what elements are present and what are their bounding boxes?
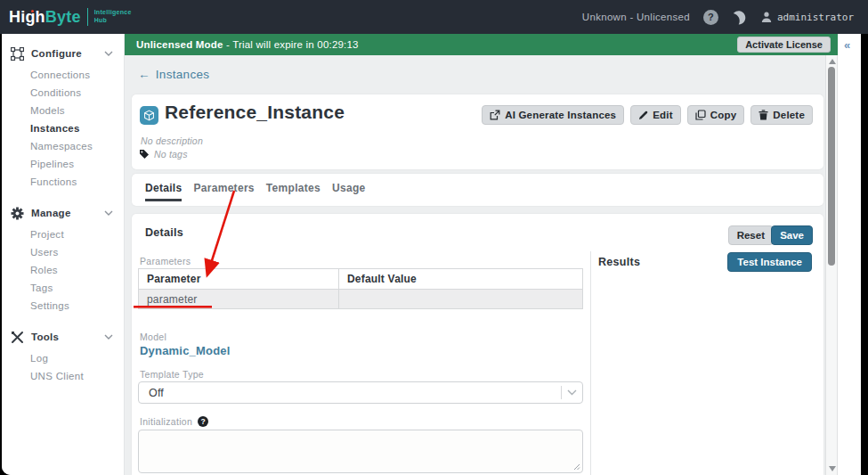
initialization-label: Initialization: [140, 416, 192, 427]
scrollbar-thumb[interactable]: [828, 67, 835, 266]
tag-icon: [139, 149, 150, 160]
initialization-label-row: Initialization ?: [140, 416, 208, 427]
reset-button[interactable]: Reset: [728, 225, 774, 245]
sidebar-item-instances[interactable]: Instances: [2, 119, 124, 137]
logo-divider: [87, 8, 88, 26]
edit-button[interactable]: Edit: [630, 105, 681, 125]
sidebar-header-configure[interactable]: Configure: [2, 44, 124, 63]
logo-wordmark: HighByte: [9, 8, 81, 27]
logo-tagline: Intelligence Hub: [94, 9, 132, 25]
sidebar-item-pipelines[interactable]: Pipelines: [2, 155, 124, 173]
help-badge-icon[interactable]: ?: [198, 416, 208, 427]
initialization-textarea[interactable]: [138, 430, 583, 473]
sidebar-item-connections[interactable]: Connections: [2, 66, 124, 84]
delete-button[interactable]: Delete: [750, 105, 813, 125]
tab-usage[interactable]: Usage: [332, 182, 366, 199]
details-heading: Details: [145, 226, 183, 239]
username-text: administrator: [777, 12, 854, 23]
sidebar-section-configure: Configure Connections Conditions Models …: [2, 44, 124, 191]
logo-high: High: [9, 8, 45, 26]
copy-icon: [695, 110, 706, 120]
sidebar-item-models[interactable]: Models: [2, 102, 124, 119]
vertical-scrollbar[interactable]: [825, 55, 838, 475]
tab-details[interactable]: Details: [145, 182, 182, 201]
sidebar-item-log[interactable]: Log: [2, 349, 124, 367]
sidebar-item-conditions[interactable]: Conditions: [2, 84, 124, 102]
template-type-label: Template Type: [140, 369, 204, 380]
back-link-instances[interactable]: ← Instances: [138, 68, 209, 81]
template-type-select[interactable]: Off: [138, 381, 583, 404]
pencil-icon: [638, 111, 648, 120]
col-header-parameter: Parameter: [139, 269, 339, 290]
app-frame: Unlicensed Mode - Trial will expire in 0…: [2, 34, 861, 475]
logo-byte: Byte: [45, 8, 81, 26]
sidebar-section-manage: Manage Project Users Roles Tags Settings: [2, 203, 124, 315]
sidebar-item-functions[interactable]: Functions: [2, 173, 124, 191]
sidebar-header-manage[interactable]: Manage: [2, 203, 124, 223]
description-text: No description: [141, 135, 203, 146]
results-divider: [590, 251, 591, 475]
cell-default-value[interactable]: [339, 290, 583, 309]
chevron-down-icon: [561, 386, 582, 399]
sidebar-item-project[interactable]: Project: [2, 225, 124, 243]
gear-icon: [11, 207, 24, 220]
activate-license-button[interactable]: Activate License: [737, 37, 831, 53]
cell-parameter-name[interactable]: parameter: [139, 290, 339, 309]
help-icon[interactable]: ?: [703, 10, 718, 25]
sidebar-section-tools: Tools Log UNS Client: [2, 327, 124, 385]
test-instance-button[interactable]: Test Instance: [727, 252, 812, 272]
parameters-label: Parameters: [140, 256, 191, 266]
tab-templates[interactable]: Templates: [266, 182, 320, 199]
sidebar-header-tools[interactable]: Tools: [2, 327, 124, 347]
tabs-bar: Details Parameters Templates Usage: [132, 174, 823, 206]
license-status-text: Unknown - Unlicensed: [582, 12, 690, 22]
col-header-default-value: Default Value: [339, 269, 583, 290]
scroll-down-button[interactable]: [829, 466, 836, 471]
sidebar-item-tags[interactable]: Tags: [2, 279, 124, 297]
instance-title-card: Reference_Instance No description No tag…: [132, 94, 823, 169]
user-icon: [760, 11, 773, 23]
table-row[interactable]: parameter: [139, 290, 583, 309]
logo-red-dot: [31, 10, 35, 13]
sidebar-item-uns-client[interactable]: UNS Client: [2, 367, 124, 385]
highbyte-logo: HighByte Intelligence Hub: [0, 8, 132, 27]
sidebar-item-namespaces[interactable]: Namespaces: [2, 137, 124, 155]
main-content: ← Instances Reference_Instance No descri…: [125, 55, 825, 475]
copy-button[interactable]: Copy: [687, 105, 745, 125]
details-card: Details Reset Save Parameters Parameter …: [132, 214, 823, 475]
table-header-row: Parameter Default Value: [139, 269, 583, 290]
model-label: Model: [140, 332, 166, 342]
title-actions: AI Generate Instances Edit Copy Delete: [482, 105, 813, 125]
trash-icon: [758, 110, 768, 120]
tags-row: No tags: [139, 149, 188, 160]
back-arrow-icon: ←: [138, 68, 150, 81]
dark-mode-moon-icon[interactable]: [732, 10, 747, 25]
chevron-down-icon: [104, 334, 113, 340]
external-link-icon: [490, 110, 500, 120]
tags-text: No tags: [154, 149, 188, 160]
user-menu[interactable]: administrator: [760, 11, 854, 23]
sidebar-item-settings[interactable]: Settings: [2, 297, 124, 315]
save-button[interactable]: Save: [771, 225, 813, 245]
license-banner: Unlicensed Mode - Trial will expire in 0…: [125, 34, 838, 55]
results-heading: Results: [598, 256, 640, 268]
configure-icon: [11, 47, 24, 61]
chevron-down-icon: [104, 210, 113, 216]
sidebar-item-roles[interactable]: Roles: [2, 261, 124, 279]
chevron-down-icon: [104, 51, 113, 56]
page-title: Reference_Instance: [165, 102, 345, 123]
tools-icon: [11, 331, 24, 344]
scroll-up-button[interactable]: [829, 59, 836, 64]
ai-generate-instances-button[interactable]: AI Generate Instances: [482, 105, 624, 125]
right-gutter: «: [838, 34, 861, 475]
collapse-panel-icon[interactable]: «: [844, 38, 850, 52]
banner-message: Unlicensed Mode - Trial will expire in 0…: [136, 39, 359, 50]
model-link[interactable]: Dynamic_Model: [140, 344, 231, 357]
top-bar: HighByte Intelligence Hub Unknown - Unli…: [0, 0, 868, 34]
instance-cube-icon: [140, 106, 158, 125]
tab-parameters[interactable]: Parameters: [193, 182, 254, 199]
sidebar: Configure Connections Conditions Models …: [2, 34, 125, 475]
sidebar-item-users[interactable]: Users: [2, 243, 124, 261]
parameters-table: Parameter Default Value parameter: [138, 268, 583, 309]
